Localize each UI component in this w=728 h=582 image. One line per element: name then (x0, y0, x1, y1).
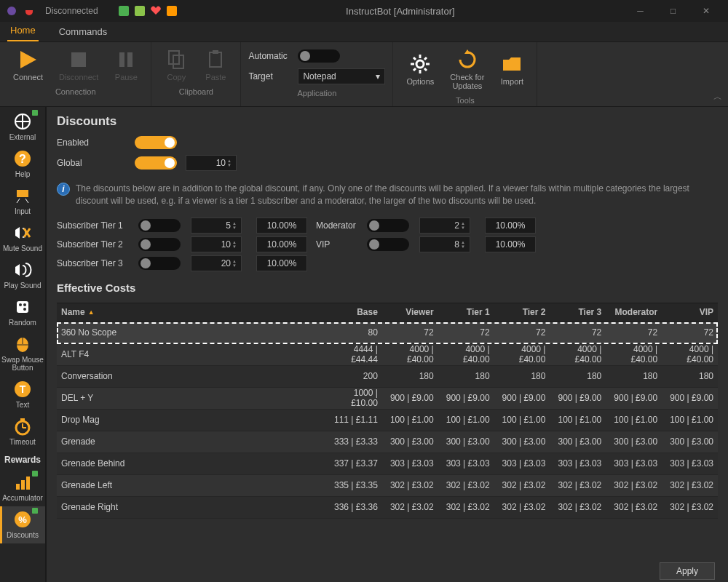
group-application-label: Application (297, 89, 336, 97)
folder-icon (500, 52, 523, 76)
table-row[interactable]: Grenade Left335 | £3.35302 | £3.02302 | … (57, 475, 718, 497)
pause-button[interactable]: Pause (108, 47, 143, 83)
import-button[interactable]: Import (494, 51, 529, 87)
col-tier1[interactable]: Tier 1 (438, 307, 494, 317)
svg-rect-5 (119, 52, 124, 67)
global-toggle[interactable] (135, 156, 177, 170)
svg-line-16 (414, 57, 416, 60)
group-clipboard-label: Clipboard (179, 87, 213, 96)
svg-rect-3 (167, 6, 177, 16)
disc-label-0: Subscriber Tier 1 (57, 220, 131, 231)
sidebar-icon: ? (12, 148, 33, 169)
enabled-label: Enabled (57, 137, 126, 148)
global-label: Global (57, 158, 126, 168)
sort-asc-icon: ▲ (88, 308, 95, 316)
col-viewer[interactable]: Viewer (382, 307, 438, 317)
group-connection-label: Connection (55, 87, 96, 96)
maximize-button[interactable]: □ (657, 0, 689, 22)
disc-value-0[interactable]: 5▲▼ (191, 218, 242, 234)
global-value-input[interactable]: 10▲▼ (186, 155, 237, 171)
ribbon: Connect Disconnect Pause Connection Copy… (0, 42, 728, 107)
sidebar-icon: % (12, 509, 33, 530)
badge-icon-1 (119, 6, 129, 16)
svg-point-0 (7, 7, 16, 15)
options-button[interactable]: Options (400, 51, 440, 87)
disc-toggle-1[interactable] (138, 238, 181, 251)
svg-line-18 (414, 68, 416, 71)
sidebar-item-external[interactable]: External (0, 108, 45, 146)
col-moderator[interactable]: Moderator (606, 307, 662, 317)
table-row[interactable]: ALT F44444 | £44.444000 | £40.004000 | £… (57, 344, 718, 366)
menu-tabs: Home Commands (0, 22, 728, 42)
sidebar-item-discounts[interactable]: %Discounts (0, 506, 45, 543)
sidebar-item-text[interactable]: TText (0, 376, 45, 413)
connect-button[interactable]: Connect (7, 47, 49, 83)
apply-button[interactable]: Apply (660, 562, 715, 580)
sidebar-item-random[interactable]: Random (0, 294, 45, 331)
table-row[interactable]: Conversation200180180180180180180 (57, 366, 718, 388)
table-row[interactable]: Grenade333 | £3.33300 | £3.00300 | £3.00… (57, 431, 718, 453)
minimize-button[interactable]: ─ (624, 0, 657, 22)
ribbon-collapse-button[interactable]: ︿ (713, 91, 722, 103)
enabled-toggle[interactable] (135, 136, 177, 149)
col-name[interactable]: Name ▲ (57, 307, 326, 317)
group-tools-label: Tools (456, 96, 475, 105)
discounts-heading: Discounts (57, 114, 718, 129)
sidebar-item-mute-sound[interactable]: Mute Sound (0, 220, 45, 257)
paste-icon (204, 48, 227, 71)
disc-value2-0[interactable]: 2▲▼ (419, 218, 470, 234)
disc-pct2-0: 10.00% (485, 218, 536, 234)
target-select[interactable]: Notepad ▾ (298, 68, 385, 84)
disc-value2-1[interactable]: 8▲▼ (419, 236, 470, 252)
sidebar-item-swap-mouse-button[interactable]: Swap Mouse Button (0, 331, 45, 376)
table-row[interactable]: DEL + Y1000 | £10.00900 | £9.00900 | £9.… (57, 388, 718, 410)
svg-rect-10 (213, 50, 218, 54)
disc-toggle-0[interactable] (138, 219, 181, 232)
svg-rect-26 (17, 301, 28, 313)
badge-icon-2 (135, 6, 145, 16)
col-base[interactable]: Base (326, 307, 382, 317)
table-row[interactable]: 360 No Scope80727272727272 (57, 322, 718, 344)
refresh-icon (456, 48, 479, 71)
tab-home[interactable]: Home (7, 20, 39, 41)
disc-label-1: Subscriber Tier 2 (57, 239, 131, 250)
window-title: InstructBot [Administrator] (177, 6, 624, 17)
svg-rect-37 (20, 418, 25, 420)
svg-text:?: ? (19, 153, 26, 165)
table-row[interactable]: Grenade Behind337 | £3.37303 | £3.03303 … (57, 453, 718, 475)
paste-button[interactable]: Paste (198, 47, 233, 83)
table-row[interactable]: Drop Mag111 | £1.11100 | £1.00100 | £1.0… (57, 410, 718, 431)
disc-label-2: Subscriber Tier 3 (57, 258, 131, 268)
col-vip[interactable]: VIP (662, 307, 718, 317)
svg-rect-6 (127, 52, 132, 67)
col-tier2[interactable]: Tier 2 (494, 307, 550, 317)
table-row[interactable]: Grenade Right336 | £3.36302 | £3.02302 |… (57, 497, 718, 519)
disc-pct-2: 10.00% (256, 255, 307, 271)
disc-toggle-2[interactable] (138, 257, 181, 270)
svg-line-17 (424, 68, 427, 71)
close-button[interactable]: ✕ (689, 0, 722, 22)
sidebar-icon (12, 260, 33, 280)
sidebar-item-timeout[interactable]: Timeout (0, 413, 45, 450)
automatic-toggle[interactable] (298, 49, 340, 63)
copy-icon (165, 48, 188, 71)
col-tier3[interactable]: Tier 3 (550, 307, 606, 317)
sidebar-item-input[interactable]: Input (0, 183, 45, 220)
disc-toggle2-0[interactable] (367, 219, 409, 232)
sidebar-item-play-sound[interactable]: Play Sound (0, 257, 45, 294)
sidebar-item-accumulator[interactable]: Accumulator (0, 469, 45, 506)
disc-value-1[interactable]: 10▲▼ (191, 236, 242, 252)
check-updates-button[interactable]: Check for Updates (444, 47, 490, 92)
app-icon (6, 5, 17, 17)
disconnect-button[interactable]: Disconnect (53, 47, 104, 83)
tab-commands[interactable]: Commands (56, 22, 110, 41)
copy-button[interactable]: Copy (159, 47, 194, 83)
sidebar-icon (12, 223, 33, 243)
disc-toggle2-1[interactable] (367, 238, 409, 251)
sidebar-icon (12, 297, 33, 317)
disc-value-2[interactable]: 20▲▼ (191, 255, 242, 271)
svg-rect-2 (135, 6, 145, 16)
sidebar-item-help[interactable]: ?Help (0, 146, 45, 183)
disc-label2-0: Moderator (316, 220, 360, 231)
sidebar-icon (12, 186, 33, 206)
